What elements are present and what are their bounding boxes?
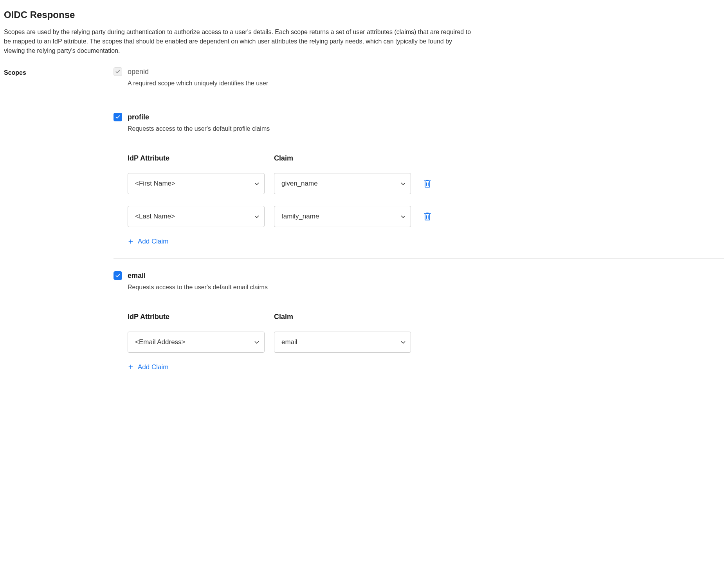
add-claim-label: Add Claim xyxy=(138,362,168,372)
claim-row: <First Name> given_name xyxy=(128,173,724,194)
claim-header: Claim xyxy=(274,312,411,322)
trash-icon xyxy=(424,213,431,220)
scope-email: email Requests access to the user's defa… xyxy=(114,271,724,372)
scope-email-desc: Requests access to the user's default em… xyxy=(128,283,724,292)
page-description: Scopes are used by the relying party dur… xyxy=(4,27,474,56)
idp-attribute-select[interactable]: <Last Name> xyxy=(128,206,265,227)
check-icon xyxy=(115,69,121,74)
scope-profile-name: profile xyxy=(128,112,724,123)
delete-claim-button[interactable] xyxy=(423,179,431,188)
checkbox-email[interactable] xyxy=(114,271,122,280)
idp-attribute-header: IdP Attribute xyxy=(128,312,265,322)
idp-attribute-select[interactable]: <Email Address> xyxy=(128,332,265,353)
add-claim-label: Add Claim xyxy=(138,236,168,247)
add-claim-button[interactable]: Add Claim xyxy=(128,362,724,372)
plus-icon xyxy=(128,364,134,370)
idp-attribute-header: IdP Attribute xyxy=(128,153,265,164)
scope-openid-desc: A required scope which uniquely identifi… xyxy=(128,79,724,88)
checkbox-profile[interactable] xyxy=(114,113,122,121)
scope-openid-name: openid xyxy=(128,67,724,77)
delete-claim-button[interactable] xyxy=(423,212,431,221)
claim-row: <Email Address> email xyxy=(128,332,724,353)
scope-email-name: email xyxy=(128,271,724,281)
add-claim-button[interactable]: Add Claim xyxy=(128,236,724,247)
check-icon xyxy=(115,114,121,120)
claim-select[interactable]: email xyxy=(274,332,411,353)
plus-icon xyxy=(128,238,134,245)
check-icon xyxy=(115,273,121,278)
scope-profile: profile Requests access to the user's de… xyxy=(114,112,724,259)
claim-select[interactable]: given_name xyxy=(274,173,411,194)
scopes-label: Scopes xyxy=(4,67,114,78)
idp-attribute-select[interactable]: <First Name> xyxy=(128,173,265,194)
scope-profile-desc: Requests access to the user's default pr… xyxy=(128,124,724,133)
page-title: OIDC Response xyxy=(4,8,724,22)
checkbox-openid xyxy=(114,67,122,76)
claim-select[interactable]: family_name xyxy=(274,206,411,227)
claim-header: Claim xyxy=(274,153,411,164)
claim-row: <Last Name> family_name xyxy=(128,206,724,227)
trash-icon xyxy=(424,180,431,188)
scope-openid: openid A required scope which uniquely i… xyxy=(114,67,724,100)
